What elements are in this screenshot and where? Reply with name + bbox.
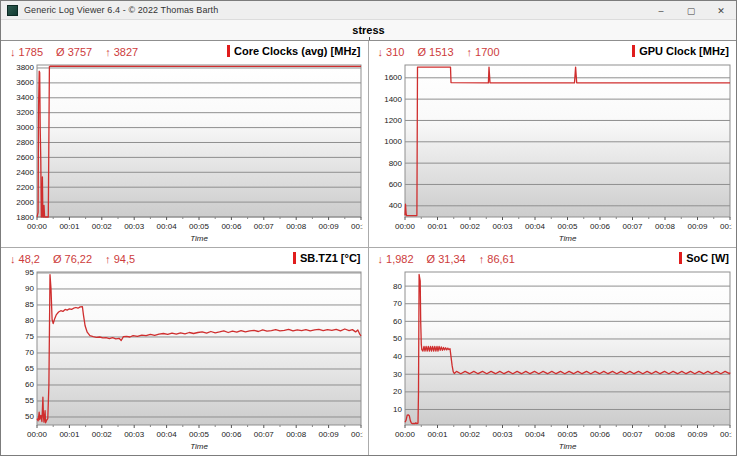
- y-tick-label: 3800: [16, 63, 34, 72]
- x-tick-label: 00:10: [719, 430, 731, 439]
- y-tick-label: 60: [393, 317, 402, 326]
- chart-canvas: 400600800100012001400160000:0000:0100:02…: [371, 63, 732, 245]
- x-tick-label: 00:07: [622, 222, 643, 231]
- chart-canvas: 1800200022002400260028003000320034003600…: [3, 63, 363, 245]
- chart-panel-sbtz1: ↓ 48,2 Ø 76,22 ↑ 94,5 SB.TZ1 [°C] 505560…: [1, 248, 369, 455]
- stat-avg: Ø 31,34: [427, 253, 466, 265]
- y-tick-label: 95: [25, 270, 34, 277]
- time-axis-label: Time: [190, 442, 208, 451]
- maximize-button[interactable]: ▢: [676, 1, 706, 20]
- x-tick-label: 00:00: [27, 430, 48, 439]
- y-tick-label: 40: [393, 352, 402, 361]
- y-tick-label: 20: [393, 387, 402, 396]
- stat-min: ↓ 310: [378, 46, 405, 58]
- y-tick-label: 60: [25, 380, 34, 389]
- y-tick-label: 85: [25, 300, 34, 309]
- x-tick-label: 00:00: [394, 430, 415, 439]
- x-tick-label: 00:05: [557, 430, 578, 439]
- x-tick-label: 00:09: [687, 222, 708, 231]
- legend-marker: [632, 45, 635, 57]
- stat-avg: Ø 3757: [56, 46, 92, 58]
- stat-avg: Ø 1513: [417, 46, 453, 58]
- stat-max: ↑ 86,61: [479, 253, 515, 265]
- y-tick-label: 2200: [16, 183, 34, 192]
- chart-legend: Core Clocks (avg) [MHz]: [227, 45, 361, 57]
- plot-gpu-clock[interactable]: 400600800100012001400160000:0000:0100:02…: [371, 63, 732, 245]
- minimize-button[interactable]: –: [646, 1, 676, 20]
- tab-bar: stress: [1, 20, 736, 41]
- x-tick-label: 00:06: [589, 430, 610, 439]
- legend-marker: [679, 252, 682, 264]
- plot-core-clocks[interactable]: 1800200022002400260028003000320034003600…: [3, 63, 363, 245]
- stat-max: ↑ 3827: [105, 46, 138, 58]
- app-icon: [7, 5, 18, 16]
- x-tick-label: 00:03: [124, 222, 145, 231]
- x-tick-label: 00:10: [351, 222, 363, 231]
- y-tick-label: 90: [25, 284, 34, 293]
- y-tick-label: 600: [388, 180, 402, 189]
- x-tick-label: 00:04: [524, 222, 545, 231]
- time-axis-label: Time: [190, 234, 208, 243]
- time-axis-label: Time: [558, 234, 576, 243]
- chart-panel-soc: ↓ 1,982 Ø 31,34 ↑ 86,61 SoC [W] 10203040…: [369, 248, 737, 455]
- y-tick-label: 2800: [16, 138, 34, 147]
- y-tick-label: 10: [393, 405, 402, 414]
- window-controls: – ▢ ✕: [646, 1, 736, 20]
- y-tick-label: 3400: [16, 93, 34, 102]
- chart-grid: ↓ 1785 Ø 3757 ↑ 3827 Core Clocks (avg) […: [1, 41, 736, 455]
- y-tick-label: 2600: [16, 153, 34, 162]
- x-tick-label: 00:00: [27, 222, 48, 231]
- y-tick-label: 1600: [384, 73, 402, 82]
- x-tick-label: 00:06: [221, 430, 242, 439]
- y-tick-label: 80: [393, 282, 402, 291]
- close-button[interactable]: ✕: [706, 1, 736, 20]
- x-tick-label: 00:03: [492, 430, 513, 439]
- plot-sbtz1[interactable]: 5055606570758085909500:0000:0100:0200:03…: [3, 270, 363, 453]
- y-tick-label: 50: [393, 334, 402, 343]
- y-tick-label: 55: [25, 396, 34, 405]
- x-tick-label: 00:04: [157, 430, 178, 439]
- chart-title: SoC [W]: [686, 252, 729, 264]
- chart-title: SB.TZ1 [°C]: [300, 252, 361, 264]
- chart-stats: ↓ 1785 Ø 3757 ↑ 3827: [10, 46, 138, 58]
- y-tick-label: 80: [25, 316, 34, 325]
- chart-stats: ↓ 1,982 Ø 31,34 ↑ 86,61: [378, 253, 515, 265]
- stat-min: ↓ 48,2: [10, 253, 40, 265]
- x-tick-label: 00:03: [492, 222, 513, 231]
- x-tick-label: 00:01: [59, 430, 80, 439]
- chart-title: GPU Clock [MHz]: [639, 45, 729, 57]
- x-tick-label: 00:08: [654, 430, 675, 439]
- app-window: Generic Log Viewer 6.4 - © 2022 Thomas B…: [0, 0, 737, 456]
- x-tick-label: 00:08: [286, 430, 307, 439]
- x-tick-label: 00:09: [319, 222, 340, 231]
- x-tick-label: 00:09: [687, 430, 708, 439]
- chart-legend: GPU Clock [MHz]: [632, 45, 729, 57]
- chart-stats: ↓ 48,2 Ø 76,22 ↑ 94,5: [10, 253, 135, 265]
- y-tick-label: 65: [25, 364, 34, 373]
- y-tick-label: 70: [25, 348, 34, 357]
- chart-stats: ↓ 310 Ø 1513 ↑ 1700: [378, 46, 500, 58]
- plot-soc[interactable]: 102030405060708000:0000:0100:0200:0300:0…: [371, 270, 732, 453]
- y-tick-label: 1400: [384, 95, 402, 104]
- x-tick-label: 00:06: [589, 222, 610, 231]
- plot-background: [405, 272, 730, 425]
- time-axis-label: Time: [558, 442, 576, 451]
- y-tick-label: 3600: [16, 78, 34, 87]
- chart-title: Core Clocks (avg) [MHz]: [234, 45, 361, 57]
- x-tick-label: 00:08: [654, 222, 675, 231]
- x-tick-label: 00:02: [92, 222, 113, 231]
- chart-legend: SoC [W]: [679, 252, 729, 264]
- x-tick-label: 00:07: [622, 430, 643, 439]
- x-tick-label: 00:05: [557, 222, 578, 231]
- x-tick-label: 00:09: [319, 430, 340, 439]
- x-tick-label: 00:04: [524, 430, 545, 439]
- x-tick-label: 00:01: [59, 222, 80, 231]
- plot-background: [37, 65, 361, 217]
- chart-legend: SB.TZ1 [°C]: [293, 252, 361, 264]
- x-tick-label: 00:06: [221, 222, 242, 231]
- y-tick-label: 1000: [384, 137, 402, 146]
- y-tick-label: 400: [388, 201, 402, 210]
- stat-min: ↓ 1,982: [378, 253, 414, 265]
- plot-background: [37, 272, 361, 425]
- x-tick-label: 00:01: [427, 430, 448, 439]
